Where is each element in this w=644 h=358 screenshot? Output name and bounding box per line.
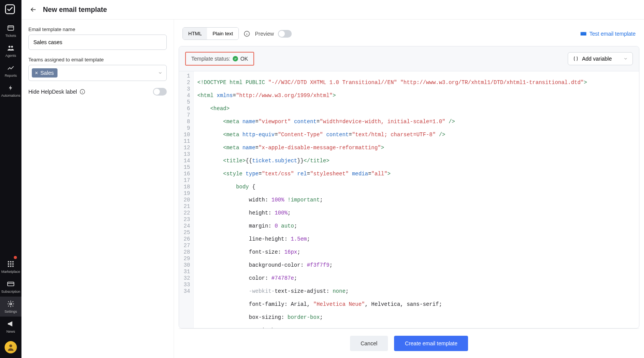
svg-rect-10 (8, 266, 9, 267)
sidebar-item-label: Tickets (5, 34, 16, 38)
sidebar-item-marketplace[interactable]: Marketplace (0, 257, 21, 277)
create-button[interactable]: Create email template (394, 336, 468, 351)
add-variable-button[interactable]: Add variable (568, 52, 633, 65)
view-toggle[interactable]: HTML Plain text (182, 27, 239, 40)
sidebar-item-reports[interactable]: Reports (0, 61, 21, 81)
ticket-icon (7, 24, 15, 32)
svg-point-2 (8, 46, 10, 48)
sidebar-item-tickets[interactable]: Tickets (0, 21, 21, 41)
svg-point-15 (9, 345, 12, 347)
svg-rect-6 (12, 261, 13, 262)
sidebar-item-automations[interactable]: Automations (0, 81, 21, 101)
svg-rect-12 (12, 266, 13, 267)
form-panel: Email template name Teams assigned to em… (21, 20, 174, 358)
test-email-link-label: Test email template (589, 31, 636, 37)
megaphone-icon (7, 320, 15, 328)
card-icon (7, 280, 15, 288)
sidebar-item-agents[interactable]: Agents (0, 41, 21, 61)
sidebar-item-label: Subscription (1, 290, 20, 294)
chevron-down-icon (158, 71, 163, 75)
sidebar-item-label: Automations (1, 94, 20, 97)
reports-icon (7, 64, 15, 72)
preview-toggle[interactable] (278, 30, 292, 38)
editor-panel: HTML Plain text Preview Test email templ… (174, 20, 644, 358)
sidebar-item-label: Agents (5, 54, 16, 58)
status-value: OK (240, 56, 248, 62)
svg-point-3 (11, 46, 13, 48)
status-label: Template status: (191, 56, 230, 62)
code-content[interactable]: <!DOCTYPE html PUBLIC "-//W3C//DTD XHTML… (194, 71, 591, 328)
hide-helpdesk-toggle[interactable] (153, 88, 167, 96)
hide-helpdesk-label: Hide HelpDesk label (28, 89, 77, 95)
svg-rect-1 (8, 26, 14, 30)
tab-plain-text[interactable]: Plain text (207, 28, 238, 40)
info-icon[interactable] (79, 89, 85, 95)
sidebar-item-label: Settings (5, 310, 17, 313)
grid-icon (7, 260, 15, 268)
team-chip[interactable]: ×Sales (32, 68, 58, 78)
avatar[interactable] (5, 341, 17, 353)
sidebar-item-settings[interactable]: Settings (0, 297, 21, 317)
template-name-label: Email template name (28, 26, 167, 32)
info-icon[interactable] (243, 30, 250, 37)
svg-rect-8 (10, 263, 11, 264)
topbar: New email template (21, 0, 644, 20)
back-button[interactable] (29, 5, 38, 14)
svg-rect-9 (12, 263, 13, 264)
test-email-link[interactable]: Test email template (580, 30, 636, 37)
cancel-button[interactable]: Cancel (350, 336, 388, 351)
status-ok-icon (233, 56, 238, 61)
agents-icon (7, 44, 15, 52)
svg-rect-5 (10, 261, 11, 262)
template-name-input[interactable] (28, 35, 167, 50)
sidebar: Tickets Agents Reports Automations Marke… (0, 0, 21, 358)
preview-label: Preview (255, 31, 274, 37)
sidebar-item-label: Marketplace (1, 270, 20, 274)
svg-rect-4 (8, 261, 9, 262)
teams-select[interactable]: ×Sales (28, 65, 167, 81)
code-editor[interactable]: 1234567891011121314151617181920212223242… (179, 71, 639, 328)
svg-rect-11 (10, 266, 11, 267)
sidebar-item-label: Reports (5, 74, 17, 78)
sidebar-item-news[interactable]: News (0, 317, 21, 337)
svg-rect-13 (8, 282, 14, 286)
teams-label: Teams assigned to email template (28, 57, 167, 63)
add-variable-label: Add variable (582, 56, 612, 62)
chevron-down-icon (623, 56, 628, 61)
bolt-icon (7, 84, 15, 92)
close-icon[interactable]: × (35, 70, 38, 76)
template-status: Template status: OK (185, 52, 254, 66)
chip-label: Sales (40, 70, 54, 76)
sidebar-item-subscription[interactable]: Subscription (0, 277, 21, 297)
sidebar-item-label: News (7, 330, 15, 333)
gear-icon (7, 300, 15, 308)
notification-dot (14, 256, 17, 259)
page-title: New email template (43, 6, 107, 14)
app-logo (5, 4, 17, 16)
svg-rect-7 (8, 263, 9, 264)
line-gutter: 1234567891011121314151617181920212223242… (179, 71, 194, 328)
tab-html[interactable]: HTML (183, 28, 207, 40)
svg-point-14 (10, 303, 12, 305)
